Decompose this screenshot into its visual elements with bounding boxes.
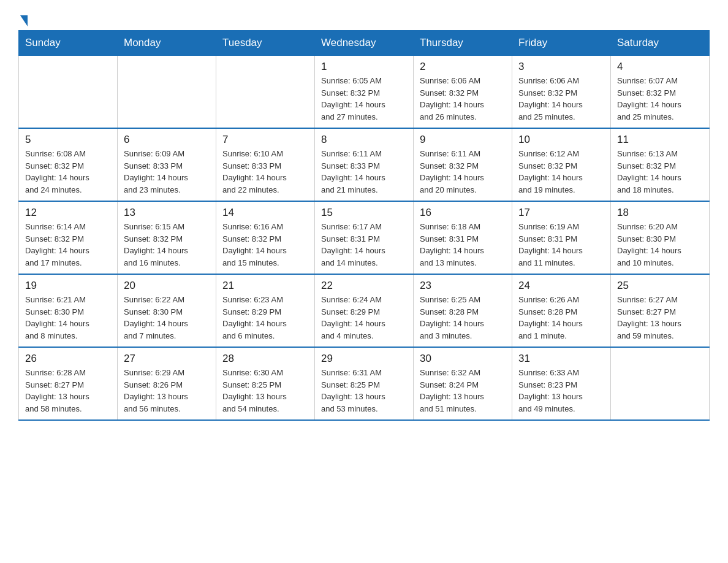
day-number: 25 [617, 280, 703, 292]
calendar-cell [216, 56, 315, 129]
calendar-table: SundayMondayTuesdayWednesdayThursdayFrid… [18, 30, 710, 421]
calendar-cell: 7Sunrise: 6:10 AM Sunset: 8:33 PM Daylig… [216, 128, 315, 201]
calendar-week-row: 5Sunrise: 6:08 AM Sunset: 8:32 PM Daylig… [19, 128, 710, 201]
day-number: 7 [222, 134, 308, 146]
day-info: Sunrise: 6:21 AM Sunset: 8:30 PM Dayligh… [25, 294, 111, 342]
day-info: Sunrise: 6:11 AM Sunset: 8:32 PM Dayligh… [420, 148, 506, 196]
day-info: Sunrise: 6:27 AM Sunset: 8:27 PM Dayligh… [617, 294, 703, 342]
calendar-cell: 30Sunrise: 6:32 AM Sunset: 8:24 PM Dayli… [414, 347, 512, 420]
weekday-header-wednesday: Wednesday [315, 31, 414, 56]
day-number: 10 [518, 134, 604, 146]
day-number: 11 [617, 134, 703, 146]
day-number: 23 [420, 280, 506, 292]
day-number: 2 [420, 61, 506, 73]
calendar-cell: 9Sunrise: 6:11 AM Sunset: 8:32 PM Daylig… [414, 128, 512, 201]
day-info: Sunrise: 6:30 AM Sunset: 8:25 PM Dayligh… [222, 367, 308, 415]
day-info: Sunrise: 6:12 AM Sunset: 8:32 PM Dayligh… [518, 148, 604, 196]
day-info: Sunrise: 6:28 AM Sunset: 8:27 PM Dayligh… [25, 367, 111, 415]
day-number: 18 [617, 207, 703, 219]
day-info: Sunrise: 6:06 AM Sunset: 8:32 PM Dayligh… [518, 75, 604, 123]
day-info: Sunrise: 6:24 AM Sunset: 8:29 PM Dayligh… [321, 294, 407, 342]
calendar-cell: 25Sunrise: 6:27 AM Sunset: 8:27 PM Dayli… [611, 274, 710, 347]
day-info: Sunrise: 6:19 AM Sunset: 8:31 PM Dayligh… [518, 221, 604, 269]
calendar-cell: 18Sunrise: 6:20 AM Sunset: 8:30 PM Dayli… [611, 201, 710, 274]
calendar-cell: 5Sunrise: 6:08 AM Sunset: 8:32 PM Daylig… [19, 128, 118, 201]
day-info: Sunrise: 6:25 AM Sunset: 8:28 PM Dayligh… [420, 294, 506, 342]
calendar-cell: 13Sunrise: 6:15 AM Sunset: 8:32 PM Dayli… [118, 201, 216, 274]
calendar-cell: 14Sunrise: 6:16 AM Sunset: 8:32 PM Dayli… [216, 201, 315, 274]
day-number: 26 [25, 353, 111, 365]
calendar-cell: 11Sunrise: 6:13 AM Sunset: 8:32 PM Dayli… [611, 128, 710, 201]
day-number: 27 [124, 353, 210, 365]
day-number: 3 [518, 61, 604, 73]
calendar-cell: 21Sunrise: 6:23 AM Sunset: 8:29 PM Dayli… [216, 274, 315, 347]
logo-arrow-icon [20, 15, 28, 26]
day-info: Sunrise: 6:14 AM Sunset: 8:32 PM Dayligh… [25, 221, 111, 269]
day-info: Sunrise: 6:06 AM Sunset: 8:32 PM Dayligh… [420, 75, 506, 123]
day-number: 28 [222, 353, 308, 365]
calendar-cell: 3Sunrise: 6:06 AM Sunset: 8:32 PM Daylig… [512, 56, 611, 129]
calendar-cell: 6Sunrise: 6:09 AM Sunset: 8:33 PM Daylig… [118, 128, 216, 201]
calendar-cell: 10Sunrise: 6:12 AM Sunset: 8:32 PM Dayli… [512, 128, 611, 201]
day-info: Sunrise: 6:16 AM Sunset: 8:32 PM Dayligh… [222, 221, 308, 269]
weekday-header-sunday: Sunday [19, 31, 118, 56]
day-number: 12 [25, 207, 111, 219]
day-info: Sunrise: 6:13 AM Sunset: 8:32 PM Dayligh… [617, 148, 703, 196]
calendar-cell [611, 347, 710, 420]
calendar-cell: 12Sunrise: 6:14 AM Sunset: 8:32 PM Dayli… [19, 201, 118, 274]
day-info: Sunrise: 6:05 AM Sunset: 8:32 PM Dayligh… [321, 75, 407, 123]
day-info: Sunrise: 6:17 AM Sunset: 8:31 PM Dayligh… [321, 221, 407, 269]
day-number: 19 [25, 280, 111, 292]
logo [18, 12, 28, 24]
calendar-week-row: 26Sunrise: 6:28 AM Sunset: 8:27 PM Dayli… [19, 347, 710, 420]
day-info: Sunrise: 6:31 AM Sunset: 8:25 PM Dayligh… [321, 367, 407, 415]
calendar-cell: 24Sunrise: 6:26 AM Sunset: 8:28 PM Dayli… [512, 274, 611, 347]
day-info: Sunrise: 6:07 AM Sunset: 8:32 PM Dayligh… [617, 75, 703, 123]
day-number: 8 [321, 134, 407, 146]
calendar-cell: 16Sunrise: 6:18 AM Sunset: 8:31 PM Dayli… [414, 201, 512, 274]
day-number: 13 [124, 207, 210, 219]
weekday-header-row: SundayMondayTuesdayWednesdayThursdayFrid… [19, 31, 710, 56]
day-number: 30 [420, 353, 506, 365]
day-info: Sunrise: 6:26 AM Sunset: 8:28 PM Dayligh… [518, 294, 604, 342]
weekday-header-monday: Monday [118, 31, 216, 56]
calendar-cell: 1Sunrise: 6:05 AM Sunset: 8:32 PM Daylig… [315, 56, 414, 129]
calendar-cell: 31Sunrise: 6:33 AM Sunset: 8:23 PM Dayli… [512, 347, 611, 420]
calendar-cell: 22Sunrise: 6:24 AM Sunset: 8:29 PM Dayli… [315, 274, 414, 347]
day-number: 20 [124, 280, 210, 292]
calendar-cell: 4Sunrise: 6:07 AM Sunset: 8:32 PM Daylig… [611, 56, 710, 129]
calendar-week-row: 19Sunrise: 6:21 AM Sunset: 8:30 PM Dayli… [19, 274, 710, 347]
calendar-cell: 29Sunrise: 6:31 AM Sunset: 8:25 PM Dayli… [315, 347, 414, 420]
day-number: 21 [222, 280, 308, 292]
calendar-cell: 15Sunrise: 6:17 AM Sunset: 8:31 PM Dayli… [315, 201, 414, 274]
day-number: 22 [321, 280, 407, 292]
weekday-header-thursday: Thursday [414, 31, 512, 56]
day-info: Sunrise: 6:29 AM Sunset: 8:26 PM Dayligh… [124, 367, 210, 415]
day-info: Sunrise: 6:10 AM Sunset: 8:33 PM Dayligh… [222, 148, 308, 196]
day-number: 4 [617, 61, 703, 73]
day-number: 5 [25, 134, 111, 146]
calendar-cell: 19Sunrise: 6:21 AM Sunset: 8:30 PM Dayli… [19, 274, 118, 347]
calendar-cell [118, 56, 216, 129]
day-info: Sunrise: 6:20 AM Sunset: 8:30 PM Dayligh… [617, 221, 703, 269]
calendar-cell: 28Sunrise: 6:30 AM Sunset: 8:25 PM Dayli… [216, 347, 315, 420]
weekday-header-tuesday: Tuesday [216, 31, 315, 56]
day-info: Sunrise: 6:22 AM Sunset: 8:30 PM Dayligh… [124, 294, 210, 342]
weekday-header-saturday: Saturday [611, 31, 710, 56]
day-info: Sunrise: 6:15 AM Sunset: 8:32 PM Dayligh… [124, 221, 210, 269]
day-number: 31 [518, 353, 604, 365]
calendar-cell: 23Sunrise: 6:25 AM Sunset: 8:28 PM Dayli… [414, 274, 512, 347]
day-info: Sunrise: 6:18 AM Sunset: 8:31 PM Dayligh… [420, 221, 506, 269]
day-info: Sunrise: 6:33 AM Sunset: 8:23 PM Dayligh… [518, 367, 604, 415]
day-info: Sunrise: 6:23 AM Sunset: 8:29 PM Dayligh… [222, 294, 308, 342]
day-number: 17 [518, 207, 604, 219]
calendar-cell: 26Sunrise: 6:28 AM Sunset: 8:27 PM Dayli… [19, 347, 118, 420]
calendar-cell: 27Sunrise: 6:29 AM Sunset: 8:26 PM Dayli… [118, 347, 216, 420]
day-number: 6 [124, 134, 210, 146]
calendar-cell [19, 56, 118, 129]
day-number: 24 [518, 280, 604, 292]
weekday-header-friday: Friday [512, 31, 611, 56]
day-info: Sunrise: 6:11 AM Sunset: 8:33 PM Dayligh… [321, 148, 407, 196]
day-number: 16 [420, 207, 506, 219]
page-header [18, 12, 710, 24]
